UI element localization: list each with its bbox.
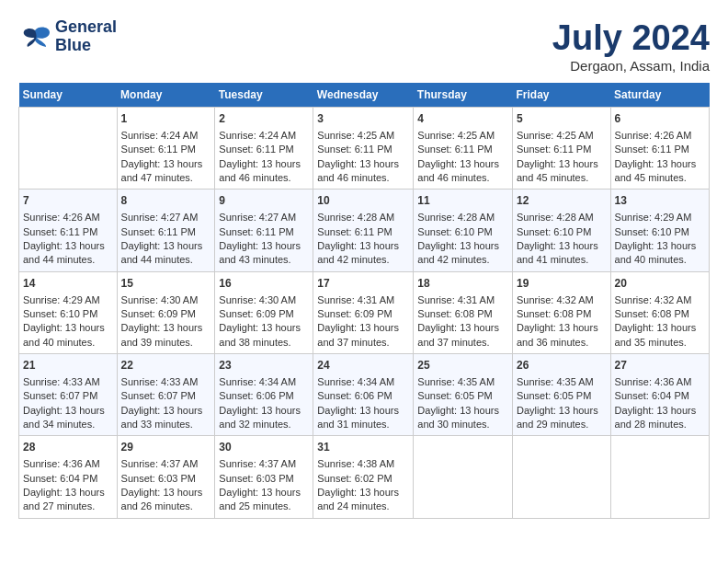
calendar-cell: [19, 108, 118, 190]
calendar-cell: [512, 436, 610, 518]
sunset-text: Sunset: 6:11 PM: [517, 144, 591, 155]
sunrise-text: Sunrise: 4:28 AM: [317, 212, 394, 223]
daylight-text: Daylight: 13 hours and 46 minutes.: [417, 158, 499, 183]
sunset-text: Sunset: 6:09 PM: [121, 308, 196, 319]
sunrise-text: Sunrise: 4:34 AM: [219, 376, 296, 387]
daylight-text: Daylight: 13 hours and 24 minutes.: [317, 487, 399, 511]
day-number: 9: [219, 193, 309, 209]
calendar-cell: 30Sunrise: 4:37 AMSunset: 6:03 PMDayligh…: [215, 436, 313, 518]
sunset-text: Sunset: 6:08 PM: [517, 308, 591, 319]
daylight-text: Daylight: 13 hours and 38 minutes.: [219, 322, 301, 347]
calendar-cell: 4Sunrise: 4:25 AMSunset: 6:11 PMDaylight…: [414, 108, 513, 190]
calendar-cell: 1Sunrise: 4:24 AMSunset: 6:11 PMDaylight…: [117, 108, 215, 190]
daylight-text: Daylight: 13 hours and 46 minutes.: [219, 158, 301, 183]
daylight-text: Daylight: 13 hours and 37 minutes.: [317, 322, 399, 347]
sunrise-text: Sunrise: 4:36 AM: [23, 458, 100, 469]
sunset-text: Sunset: 6:11 PM: [317, 144, 392, 155]
sunrise-text: Sunrise: 4:29 AM: [615, 212, 692, 223]
sunset-text: Sunset: 6:11 PM: [615, 144, 689, 155]
week-row-2: 7Sunrise: 4:26 AMSunset: 6:11 PMDaylight…: [19, 190, 710, 271]
week-row-5: 28Sunrise: 4:36 AMSunset: 6:04 PMDayligh…: [19, 436, 710, 518]
sunset-text: Sunset: 6:06 PM: [317, 390, 392, 401]
daylight-text: Daylight: 13 hours and 37 minutes.: [417, 322, 499, 347]
day-number: 26: [517, 358, 607, 373]
calendar-cell: 22Sunrise: 4:33 AMSunset: 6:07 PMDayligh…: [117, 354, 215, 436]
sunset-text: Sunset: 6:07 PM: [23, 390, 97, 401]
daylight-text: Daylight: 13 hours and 30 minutes.: [417, 405, 499, 430]
sunrise-text: Sunrise: 4:31 AM: [317, 294, 394, 305]
sunrise-text: Sunrise: 4:27 AM: [121, 212, 199, 223]
day-number: 28: [23, 440, 113, 455]
sunrise-text: Sunrise: 4:32 AM: [517, 294, 594, 305]
day-number: 14: [23, 276, 113, 292]
day-number: 8: [121, 193, 211, 209]
sunset-text: Sunset: 6:03 PM: [219, 473, 293, 484]
day-number: 6: [615, 111, 705, 127]
sunset-text: Sunset: 6:08 PM: [417, 308, 492, 319]
sunrise-text: Sunrise: 4:33 AM: [121, 376, 199, 387]
day-number: 7: [23, 193, 113, 209]
sunrise-text: Sunrise: 4:28 AM: [517, 212, 594, 223]
sunrise-text: Sunrise: 4:34 AM: [317, 376, 394, 387]
sunrise-text: Sunrise: 4:26 AM: [615, 130, 692, 141]
sunset-text: Sunset: 6:11 PM: [417, 144, 492, 155]
daylight-text: Daylight: 13 hours and 36 minutes.: [517, 322, 598, 347]
column-header-monday: Monday: [117, 83, 215, 108]
sunset-text: Sunset: 6:04 PM: [615, 390, 689, 401]
column-header-tuesday: Tuesday: [215, 83, 313, 108]
sunset-text: Sunset: 6:03 PM: [121, 473, 196, 484]
calendar-cell: 29Sunrise: 4:37 AMSunset: 6:03 PMDayligh…: [117, 436, 215, 518]
sunrise-text: Sunrise: 4:25 AM: [417, 130, 495, 141]
location: Dergaon, Assam, India: [552, 58, 710, 74]
day-number: 20: [615, 276, 705, 292]
calendar-cell: 12Sunrise: 4:28 AMSunset: 6:10 PMDayligh…: [512, 190, 610, 271]
column-header-friday: Friday: [512, 83, 610, 108]
calendar-cell: [610, 436, 709, 518]
sunset-text: Sunset: 6:11 PM: [121, 144, 196, 155]
month-year: July 2024: [552, 18, 710, 58]
day-number: 16: [219, 276, 309, 292]
calendar-cell: 6Sunrise: 4:26 AMSunset: 6:11 PMDaylight…: [610, 108, 709, 190]
sunset-text: Sunset: 6:10 PM: [615, 226, 689, 237]
calendar-cell: 28Sunrise: 4:36 AMSunset: 6:04 PMDayligh…: [19, 436, 118, 518]
sunset-text: Sunset: 6:06 PM: [219, 390, 293, 401]
week-row-4: 21Sunrise: 4:33 AMSunset: 6:07 PMDayligh…: [19, 354, 710, 436]
daylight-text: Daylight: 13 hours and 27 minutes.: [23, 487, 105, 511]
daylight-text: Daylight: 13 hours and 31 minutes.: [317, 405, 399, 430]
sunrise-text: Sunrise: 4:33 AM: [23, 376, 100, 387]
week-row-3: 14Sunrise: 4:29 AMSunset: 6:10 PMDayligh…: [19, 271, 710, 353]
sunset-text: Sunset: 6:10 PM: [23, 308, 97, 319]
column-header-sunday: Sunday: [19, 83, 118, 108]
sunrise-text: Sunrise: 4:30 AM: [121, 294, 199, 305]
sunrise-text: Sunrise: 4:25 AM: [517, 130, 594, 141]
sunset-text: Sunset: 6:07 PM: [121, 390, 196, 401]
sunrise-text: Sunrise: 4:37 AM: [121, 458, 199, 469]
sunset-text: Sunset: 6:05 PM: [517, 390, 591, 401]
sunset-text: Sunset: 6:09 PM: [317, 308, 392, 319]
calendar-cell: 10Sunrise: 4:28 AMSunset: 6:11 PMDayligh…: [313, 190, 414, 271]
column-header-thursday: Thursday: [414, 83, 513, 108]
day-number: 10: [317, 193, 409, 209]
daylight-text: Daylight: 13 hours and 39 minutes.: [121, 322, 203, 347]
day-number: 21: [23, 358, 113, 373]
day-number: 19: [517, 276, 607, 292]
day-number: 12: [517, 193, 607, 209]
calendar-cell: 3Sunrise: 4:25 AMSunset: 6:11 PMDaylight…: [313, 108, 414, 190]
daylight-text: Daylight: 13 hours and 44 minutes.: [23, 240, 105, 265]
day-number: 5: [517, 111, 607, 127]
day-number: 31: [317, 440, 409, 455]
sunset-text: Sunset: 6:05 PM: [417, 390, 492, 401]
calendar-cell: 25Sunrise: 4:35 AMSunset: 6:05 PMDayligh…: [414, 354, 513, 436]
calendar-cell: 9Sunrise: 4:27 AMSunset: 6:11 PMDaylight…: [215, 190, 313, 271]
calendar-cell: 5Sunrise: 4:25 AMSunset: 6:11 PMDaylight…: [512, 108, 610, 190]
sunrise-text: Sunrise: 4:32 AM: [615, 294, 692, 305]
sunrise-text: Sunrise: 4:27 AM: [219, 212, 296, 223]
sunrise-text: Sunrise: 4:37 AM: [219, 458, 296, 469]
day-number: 27: [615, 358, 705, 373]
sunset-text: Sunset: 6:09 PM: [219, 308, 293, 319]
sunrise-text: Sunrise: 4:28 AM: [417, 212, 495, 223]
calendar-cell: 19Sunrise: 4:32 AMSunset: 6:08 PMDayligh…: [512, 271, 610, 353]
day-number: 30: [219, 440, 309, 455]
day-number: 23: [219, 358, 309, 373]
calendar-cell: 8Sunrise: 4:27 AMSunset: 6:11 PMDaylight…: [117, 190, 215, 271]
